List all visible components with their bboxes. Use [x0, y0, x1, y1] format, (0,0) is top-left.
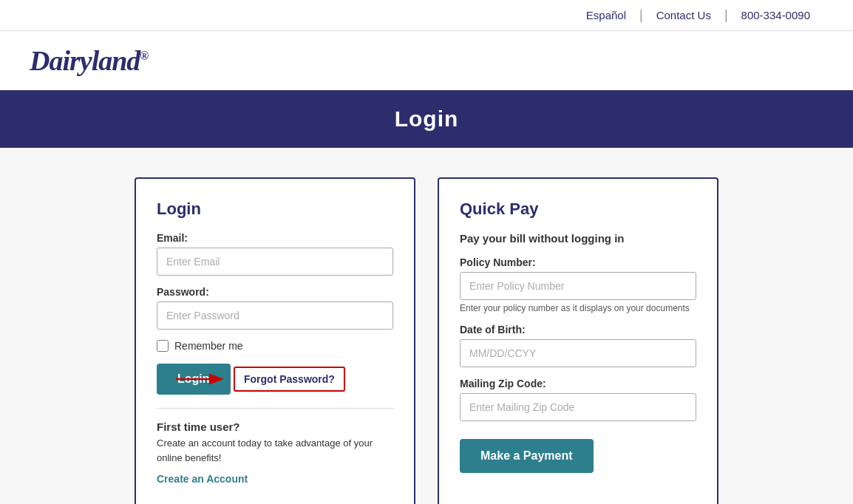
first-time-body: Create an account today to take advantag…: [157, 436, 393, 465]
login-card-title: Login: [157, 200, 393, 219]
espanol-link[interactable]: Español: [573, 9, 639, 21]
make-payment-button[interactable]: Make a Payment: [460, 439, 594, 473]
contact-us-link[interactable]: Contact Us: [643, 9, 724, 21]
dob-label: Date of Birth:: [460, 324, 696, 336]
quick-pay-card: Quick Pay Pay your bill without logging …: [438, 177, 718, 504]
create-account-link[interactable]: Create an Account: [157, 473, 248, 485]
email-group: Email:: [157, 232, 393, 276]
logo-text: Dairyland: [30, 45, 140, 76]
email-label: Email:: [157, 232, 393, 244]
first-time-heading: First time user?: [157, 420, 393, 433]
policy-hint: Enter your policy number as it displays …: [460, 303, 696, 313]
forgot-password-box: Forgot Password?: [234, 367, 345, 392]
password-label: Password:: [157, 286, 393, 298]
login-card: Login Email: Password: Remember me Login: [135, 177, 415, 504]
logo-trademark: ®: [140, 50, 148, 62]
zip-group: Mailing Zip Code:: [460, 378, 696, 421]
quick-pay-subtitle: Pay your bill without logging in: [460, 232, 696, 245]
policy-group: Policy Number: Enter your policy number …: [460, 256, 696, 313]
login-banner: Login: [0, 90, 853, 148]
remember-me-label: Remember me: [174, 340, 243, 352]
remember-me-checkbox[interactable]: [157, 340, 169, 352]
logo-area: Dairyland®: [0, 31, 853, 90]
logo: Dairyland®: [30, 44, 823, 77]
policy-label: Policy Number:: [460, 256, 696, 268]
page-title: Login: [0, 106, 853, 132]
zip-field[interactable]: [460, 393, 696, 421]
password-group: Password:: [157, 286, 393, 330]
phone-number: 800-334-0090: [728, 9, 823, 21]
forgot-password-link[interactable]: Forgot Password?: [244, 373, 335, 385]
email-field[interactable]: [157, 248, 393, 276]
first-time-section: First time user? Create an account today…: [157, 420, 393, 486]
quick-pay-title: Quick Pay: [460, 200, 696, 219]
red-arrow-icon: [176, 368, 228, 390]
password-field[interactable]: [157, 302, 393, 330]
dob-group: Date of Birth:: [460, 324, 696, 367]
top-navigation: Español | Contact Us | 800-334-0090: [0, 0, 853, 31]
zip-label: Mailing Zip Code:: [460, 378, 696, 389]
policy-field[interactable]: [460, 272, 696, 300]
card-divider: [157, 408, 393, 409]
dob-field[interactable]: [460, 339, 696, 367]
main-content: Login Email: Password: Remember me Login: [0, 148, 853, 504]
remember-me-row: Remember me: [157, 340, 393, 352]
